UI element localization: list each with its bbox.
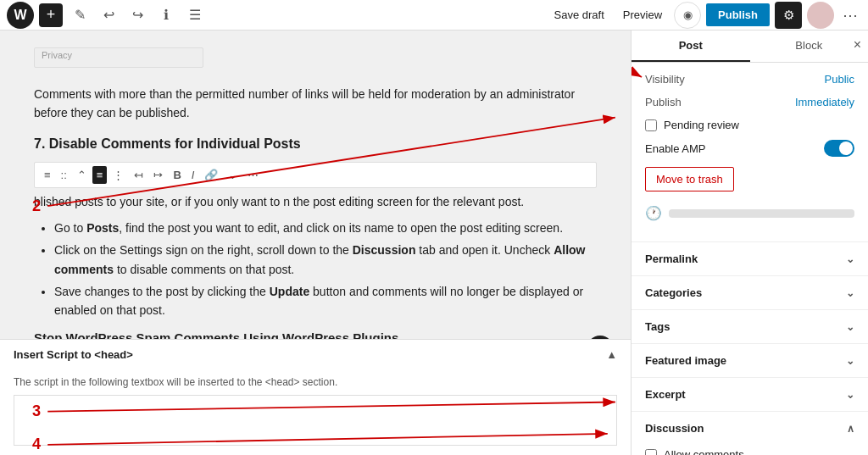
outdent-tool[interactable]: ↤: [130, 166, 147, 184]
steps-list: Go to Posts, find the post you want to e…: [34, 219, 597, 320]
excerpt-chevron: ⌄: [846, 389, 854, 401]
preview-button[interactable]: Preview: [616, 5, 669, 25]
editor-area[interactable]: Privacy Comments with more than the perm…: [0, 31, 631, 455]
insert-script-description: The script in the following textbox will…: [14, 376, 617, 388]
dropdown-tool[interactable]: ⌄: [224, 166, 242, 184]
publish-label: Publish: [645, 96, 682, 108]
edit-tool-button[interactable]: ✎: [68, 3, 92, 27]
main-layout: Privacy Comments with more than the perm…: [0, 31, 868, 455]
plus-icon: +: [47, 6, 56, 24]
enable-amp-toggle[interactable]: [824, 140, 854, 157]
pending-review-label: Pending review: [664, 119, 739, 131]
more-tool[interactable]: ⋯: [243, 166, 263, 184]
up-tool[interactable]: ⌃: [73, 166, 91, 184]
categories-chevron: ⌄: [846, 287, 854, 299]
categories-section: Categories ⌄: [632, 275, 868, 309]
categories-header[interactable]: Categories ⌄: [632, 276, 868, 309]
wp-logo: W: [7, 2, 34, 29]
list-item: Go to Posts, find the post you want to e…: [54, 219, 597, 237]
info-button[interactable]: ℹ: [154, 3, 178, 27]
tags-chevron: ⌄: [846, 321, 854, 333]
list-item: Save changes to the post by clicking the…: [54, 282, 597, 320]
permalink-section: Permalink ⌄: [632, 241, 868, 275]
toolbar: W + ✎ ↩ ↪ ℹ ☰ Save draft Preview ◉ Publi…: [0, 0, 868, 31]
tags-section: Tags ⌄: [632, 309, 868, 343]
pencil-icon: ✎: [75, 7, 86, 23]
partial-text: blished posts to your site, or if you on…: [34, 195, 597, 208]
bold-tool[interactable]: B: [169, 166, 185, 184]
publish-row: Publish Immediately: [645, 96, 854, 108]
wp-logo-text: W: [14, 8, 26, 23]
excerpt-section: Excerpt ⌄: [632, 377, 868, 411]
collapse-icon: ▲: [606, 348, 617, 361]
enable-amp-label: Enable AMP: [645, 142, 706, 155]
discussion-label: Discussion: [645, 422, 704, 435]
discussion-section: Discussion ∧ Allow comments Allow pingba…: [632, 411, 868, 455]
visibility-value[interactable]: Public: [825, 73, 854, 86]
toolbar-left: W + ✎ ↩ ↪ ℹ ☰: [7, 2, 544, 29]
privacy-bar: Privacy: [34, 47, 203, 68]
tab-block[interactable]: Block: [750, 31, 869, 62]
move-to-trash-button[interactable]: Move to trash: [645, 167, 734, 191]
gear-button[interactable]: ⚙: [775, 2, 802, 29]
insert-script-body: The script in the following textbox will…: [0, 369, 631, 455]
indent-tool[interactable]: ↦: [149, 166, 167, 184]
publish-value[interactable]: Immediately: [795, 96, 854, 108]
insert-script-textarea[interactable]: [14, 395, 617, 446]
discussion-header[interactable]: Discussion ∧: [632, 412, 868, 445]
privacy-label: Privacy: [35, 47, 79, 64]
discussion-body: Allow comments Allow pingbacks & trackba…: [632, 445, 868, 455]
featured-image-label: Featured image: [645, 354, 726, 367]
history-icon: 🕐: [645, 205, 662, 221]
save-draft-button[interactable]: Save draft: [548, 5, 611, 25]
featured-image-section: Featured image ⌄: [632, 343, 868, 377]
permalink-header[interactable]: Permalink ⌄: [632, 242, 868, 275]
italic-tool[interactable]: I: [187, 166, 199, 184]
user-avatar-button[interactable]: [807, 2, 834, 29]
undo-button[interactable]: ↩: [97, 3, 120, 27]
allow-comments-row: Allow comments: [645, 448, 854, 455]
list-icon: ☰: [189, 7, 201, 23]
circle-settings-button[interactable]: ◉: [674, 2, 701, 29]
sidebar-tabs: Post Block ×: [632, 31, 868, 63]
link-tool[interactable]: 🔗: [200, 166, 222, 184]
visibility-row: Visibility Public: [645, 73, 854, 86]
pending-review-checkbox[interactable]: [645, 119, 657, 131]
insert-script-header[interactable]: Insert Script to <head> ▲: [0, 340, 631, 369]
gear-icon: ⚙: [783, 8, 794, 23]
tags-label: Tags: [645, 320, 670, 333]
redo-button[interactable]: ↪: [125, 3, 149, 27]
history-bar: [669, 209, 854, 218]
ol-tool[interactable]: ⋮: [108, 166, 128, 184]
list-tool[interactable]: ≡: [92, 166, 108, 184]
list-view-button[interactable]: ☰: [183, 3, 207, 27]
align-tool[interactable]: ≡: [40, 166, 55, 184]
insert-script-panel: Insert Script to <head> ▲ The script in …: [0, 339, 631, 455]
intro-paragraph: Comments with more than the permitted nu…: [34, 85, 597, 123]
insert-script-title: Insert Script to <head>: [14, 348, 133, 361]
sidebar-main-content: Visibility Public Publish Immediately Pe…: [632, 63, 868, 241]
featured-image-header[interactable]: Featured image ⌄: [632, 344, 868, 377]
drag-tool[interactable]: ::: [57, 166, 71, 184]
excerpt-label: Excerpt: [645, 388, 686, 401]
info-icon: ℹ: [164, 7, 169, 23]
sidebar: 1 Post Block × Visibility Public Publish…: [631, 31, 868, 455]
permalink-chevron: ⌄: [846, 253, 854, 265]
more-options-button[interactable]: ⋯: [839, 4, 861, 26]
publish-button[interactable]: Publish: [706, 3, 770, 26]
excerpt-header[interactable]: Excerpt ⌄: [632, 378, 868, 411]
redo-icon: ↪: [132, 7, 143, 23]
pending-review-row: Pending review: [645, 119, 854, 131]
tab-post[interactable]: Post: [632, 31, 750, 62]
add-block-button[interactable]: +: [39, 3, 63, 27]
enable-amp-row: Enable AMP: [645, 140, 854, 157]
undo-icon: ↩: [103, 7, 114, 23]
block-toolbar[interactable]: ≡ :: ⌃ ≡ ⋮ ↤ ↦ B I 🔗 ⌄ ⋯: [34, 162, 597, 188]
circle-icon: ◉: [683, 8, 693, 21]
allow-comments-checkbox[interactable]: [645, 449, 657, 456]
visibility-label: Visibility: [645, 73, 685, 86]
sidebar-close-button[interactable]: ×: [854, 37, 861, 53]
heading-disable-comments: 7. Disable Comments for Individual Posts: [34, 136, 597, 152]
featured-image-chevron: ⌄: [846, 355, 854, 367]
tags-header[interactable]: Tags ⌄: [632, 310, 868, 343]
